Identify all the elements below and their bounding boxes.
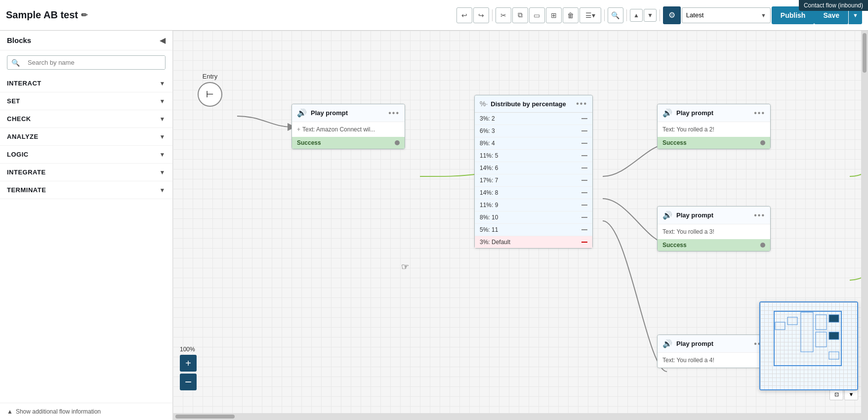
distribute-row-5: 17%: 7 <box>475 174 592 187</box>
play-prompt-1-menu[interactable]: ••• <box>388 109 400 118</box>
row-connector-0 <box>581 118 587 119</box>
row-connector-6 <box>581 192 587 193</box>
canvas-scrollbar-h[interactable] <box>173 413 868 420</box>
table-button[interactable]: ☰▾ <box>579 7 601 23</box>
delete-button[interactable]: 🗑 <box>563 7 579 23</box>
sidebar-item-integrate[interactable]: INTEGRATE ▼ <box>0 164 172 181</box>
distribute-header: %· Distribute by percentage ••• <box>475 95 592 113</box>
svg-rect-7 <box>829 352 839 359</box>
chevron-icon-set: ▼ <box>160 98 165 105</box>
toolbar-divider-3 <box>626 9 627 21</box>
chevron-icon-logic: ▼ <box>160 151 165 158</box>
arrow-up-icon: ▲ <box>7 408 13 415</box>
show-flow-info[interactable]: ▲ Show additional flow information <box>0 403 172 420</box>
sidebar-item-label-interact: INTERACT <box>7 80 41 87</box>
chevron-icon-integrate: ▼ <box>160 169 165 176</box>
zoom-out-button[interactable]: − <box>180 374 197 390</box>
play-prompt-4-text: Text: You rolled a 4! <box>662 357 765 364</box>
success-label-2: Success <box>662 139 687 146</box>
sidebar-item-label-terminate: TERMINATE <box>7 186 46 194</box>
sidebar-item-set[interactable]: SET ▼ <box>0 92 172 110</box>
distribute-node[interactable]: %· Distribute by percentage ••• 3%: 2 6%… <box>474 95 593 249</box>
row-connector-3 <box>581 155 587 156</box>
svg-rect-2 <box>801 312 813 352</box>
cut-button[interactable]: ✂ <box>496 7 511 23</box>
play-prompt-1-node[interactable]: 🔊 Play prompt ••• + Text: Amazon Connect… <box>291 104 405 149</box>
play-prompt-2-success: Success <box>658 137 770 149</box>
distribute-row-1: 6%: 3 <box>475 125 592 137</box>
distribute-row-6: 14%: 8 <box>475 187 592 199</box>
distribute-menu[interactable]: ••• <box>576 99 587 108</box>
flow-type-badge: Contact flow (inbound) <box>799 0 868 11</box>
row-connector-4 <box>581 168 587 168</box>
canvas-area[interactable]: Entry ⊢ 🔊 Play prompt ••• + Text: Amazon… <box>173 31 868 420</box>
copy-button[interactable]: ⧉ <box>512 7 528 23</box>
dist-row-label-9: 5%: 11 <box>480 226 498 233</box>
sidebar: Blocks ◀ 🔍 INTERACT ▼ SET ▼ CHECK ▼ ANAL… <box>0 31 173 420</box>
minimap-svg <box>760 302 857 389</box>
frame-button[interactable]: ▭ <box>529 7 545 23</box>
search-input[interactable] <box>24 56 165 69</box>
connector-dot-1 <box>395 140 400 145</box>
play-prompt-3-success: Success <box>658 239 770 251</box>
sidebar-item-interact[interactable]: INTERACT ▼ <box>0 75 172 92</box>
play-prompt-3-body-text: Text: You rolled a 3! <box>662 228 714 235</box>
play-prompt-3-menu[interactable]: ••• <box>754 211 765 220</box>
edit-icon[interactable]: ✏ <box>81 10 87 20</box>
play-prompt-2-menu[interactable]: ••• <box>754 109 765 118</box>
play-prompt-3-node[interactable]: 🔊 Play prompt ••• Text: You rolled a 3! … <box>657 206 771 252</box>
version-dropdown[interactable]: Latest ▼ <box>682 7 771 23</box>
undo-button[interactable]: ↩ <box>456 7 472 23</box>
connector-dot-2 <box>760 140 765 145</box>
nav-arrows: ↩ ↪ <box>456 7 489 23</box>
dist-row-label-2: 8%: 4 <box>480 140 495 147</box>
play-prompt-3-header: 🔊 Play prompt ••• <box>658 207 770 224</box>
sidebar-item-analyze[interactable]: ANALYZE ▼ <box>0 128 172 146</box>
entry-node: Entry ⊢ <box>198 73 222 107</box>
play-prompt-3-body: Text: You rolled a 3! <box>658 224 770 239</box>
row-connector-9 <box>581 229 587 230</box>
play-prompt-2-node[interactable]: 🔊 Play prompt ••• Text: You rolled a 2! … <box>657 104 771 149</box>
connector-dot-3 <box>760 243 765 248</box>
version-text: Latest <box>686 11 757 19</box>
nav-up-button[interactable]: ▲ <box>630 9 643 22</box>
distribute-row-3: 11%: 5 <box>475 150 592 162</box>
play-prompt-1-body: + Text: Amazon Connect wil... <box>292 122 405 137</box>
main-layout: Blocks ◀ 🔍 INTERACT ▼ SET ▼ CHECK ▼ ANAL… <box>0 31 868 420</box>
canvas-scrollbar-v[interactable] <box>861 31 868 413</box>
settings-button[interactable]: ⚙ <box>663 6 681 24</box>
zoom-label: 100% <box>180 346 197 353</box>
play-prompt-4-node[interactable]: 🔊 Play prompt ••• Text: You rolled a 4! <box>657 335 771 368</box>
zoom-controls: 100% + − <box>180 346 197 390</box>
speaker-icon-4: 🔊 <box>662 339 672 348</box>
chevron-icon-interact: ▼ <box>160 80 165 87</box>
sidebar-item-terminate[interactable]: TERMINATE ▼ <box>0 181 172 199</box>
sidebar-item-label-set: SET <box>7 97 20 105</box>
collapse-sidebar-button[interactable]: ◀ <box>160 36 165 45</box>
dist-row-label-6: 14%: 8 <box>480 189 498 196</box>
search-button[interactable]: 🔍 <box>608 7 623 23</box>
sidebar-item-check[interactable]: CHECK ▼ <box>0 110 172 128</box>
row-connector-7 <box>581 205 587 206</box>
nav-updown: ▲ ▼ <box>630 9 657 22</box>
play-prompt-4-body: Text: You rolled a 4! <box>658 353 770 368</box>
scrollbar-thumb-h <box>175 415 235 419</box>
title-text: Sample AB test <box>6 9 78 21</box>
percent-icon: %· <box>480 100 488 108</box>
play-prompt-2-header: 🔊 Play prompt ••• <box>658 104 770 122</box>
distribute-row-2: 8%: 4 <box>475 137 592 150</box>
canvas-cursor: ☞ <box>401 261 409 272</box>
row-connector-8 <box>581 217 587 218</box>
zoom-in-button[interactable]: + <box>180 355 197 372</box>
nav-down-button[interactable]: ▼ <box>644 9 657 22</box>
dist-row-label-3: 11%: 5 <box>480 152 498 159</box>
row-connector-5 <box>581 180 587 181</box>
sidebar-item-logic[interactable]: LOGIC ▼ <box>0 146 172 164</box>
dist-row-label-10: 3%: Default <box>480 239 510 246</box>
grid-button[interactable]: ⊞ <box>546 7 562 23</box>
svg-rect-5 <box>829 315 839 322</box>
footer-label: Show additional flow information <box>16 408 101 415</box>
redo-button[interactable]: ↪ <box>473 7 489 23</box>
svg-rect-0 <box>775 322 785 330</box>
distribute-title: Distribute by percentage <box>491 100 576 108</box>
